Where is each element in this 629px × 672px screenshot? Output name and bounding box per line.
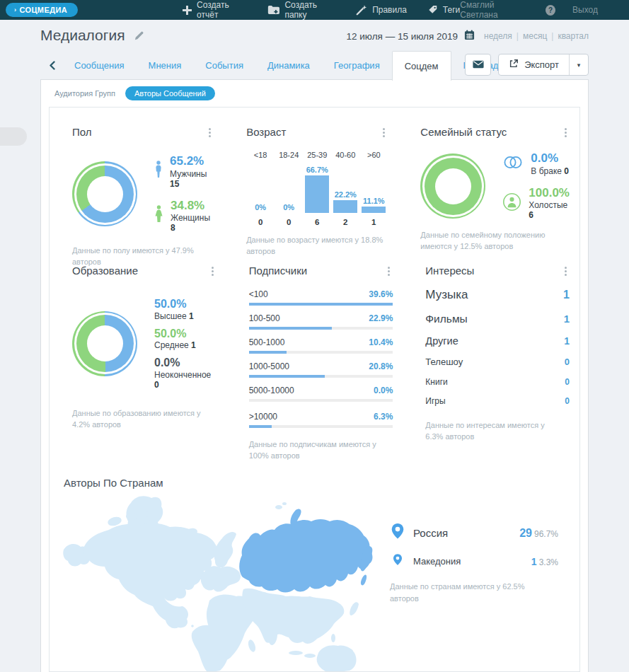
age-column: 40-60 22.2% 2 [331,151,359,226]
subscribers-row: 5000-100000.0% [249,386,393,402]
tab-socdem[interactable]: Соцдем [392,51,451,81]
create-folder-button[interactable]: Создать папку [267,0,335,20]
date-range[interactable]: 12 июля — 15 июля 2019 [347,31,458,42]
range-percent: 39.6% [369,289,393,299]
calendar-icon[interactable] [464,30,475,43]
side-drawer-handle[interactable] [0,127,27,146]
country-count: 1 [531,556,537,567]
age-column: 18-24 0% 0 [275,151,303,226]
legend-item-secondary: 50.0% Среднее 1 [154,328,217,351]
export-button[interactable]: Экспорт [499,54,569,75]
kebab-menu-icon[interactable] [206,126,214,139]
tab-messages[interactable]: Сообщения [62,51,137,80]
subscribers-card: Подписчики <10039.6% 100-50022.9% [226,246,403,467]
edit-title-icon[interactable] [134,28,144,45]
interest-value: 0 [565,357,570,367]
range-label: 1000-5000 [249,361,289,371]
kebab-menu-icon[interactable] [385,265,393,278]
age-count: 2 [343,218,347,226]
age-percent: 0% [255,203,266,212]
help-icon[interactable]: ? [546,5,555,16]
menu-label: Теги [443,5,460,15]
period-quarter[interactable]: квартал [558,31,589,41]
separator: | [551,31,553,41]
higher-count: 1 [189,311,194,321]
age-count: 6 [315,218,319,226]
folder-plus-icon [267,5,279,15]
tab-dynamics[interactable]: Динамика [255,51,322,80]
tags-button[interactable]: Теги [428,0,460,20]
plus-icon [183,6,192,15]
male-icon [154,161,163,183]
married-count: 0 [564,166,569,176]
interest-label: Музыка [425,288,468,302]
rules-button[interactable]: Правила [356,0,407,20]
range-label: >10000 [249,412,277,422]
rings-icon [502,155,524,173]
legend-item-incomplete: 0.0% Неоконченное 0 [154,357,217,390]
range-percent: 20.8% [369,361,393,371]
interest-label: Книги [425,377,447,387]
age-count: 1 [371,218,376,226]
country-name: Македония [413,556,461,567]
kebab-menu-icon[interactable] [380,126,388,139]
topbar-right: Смаглий Светлана ? Выход [460,0,598,20]
chevron-left-icon[interactable] [40,51,62,80]
period-switcher: неделя | месяц | квартал [484,31,589,41]
tab-events[interactable]: События [193,51,255,80]
cards-row-1: Пол 65.2 [50,108,579,246]
subtab-group-audience[interactable]: Аудитория Групп [50,86,120,100]
menu-label: Создать отчёт [197,0,246,20]
period-week[interactable]: неделя [484,31,512,41]
card-title: Возраст [246,126,286,138]
separator: | [517,31,519,41]
topbar: › СОЦМЕДИА Создать отчёт Создать папку [0,0,629,20]
cards-container: Пол 65.2 [49,107,580,672]
range-percent: 10.4% [369,337,393,347]
card-title: Подписчики [249,265,308,277]
export-dropdown-button[interactable]: ▾ [569,54,588,75]
marital-donut-chart [420,153,485,219]
report-header: Медиалогия 12 июля — 15 июля 2019 неделя… [0,20,629,51]
kebab-menu-icon[interactable] [562,265,570,278]
logout-button[interactable]: Выход [572,5,598,15]
subscribers-row: 500-100010.4% [249,337,393,354]
tabs-row: Сообщения Мнения События Динамика Геогра… [40,51,589,80]
interest-row: Другие1 [425,335,570,347]
create-report-button[interactable]: Создать отчёт [183,0,246,20]
interests-card: Интересы Музыка1 Фильмы1 Другие1 Телешоу… [403,246,579,467]
age-bar [362,207,386,213]
period-month[interactable]: месяц [523,31,547,41]
education-card: Образование 50.0% Высшее 1 [50,246,226,467]
subscribers-row: <10039.6% [249,289,393,306]
wand-icon [356,4,367,16]
tab-opinions[interactable]: Мнения [137,51,194,80]
age-bar [305,175,329,213]
card-title: Пол [72,126,92,138]
menu-label: Создать папку [284,0,335,20]
single-count: 6 [529,210,533,220]
menu-label: Правила [372,5,407,15]
range-percent: 22.9% [369,313,393,323]
kebab-menu-icon[interactable] [209,265,217,278]
interest-row: Фильмы1 [425,313,570,325]
interest-label: Фильмы [425,313,467,325]
range-label: 100-500 [249,313,280,323]
card-title: Интересы [425,265,474,277]
mail-button[interactable] [465,54,491,76]
country-name: Россия [413,527,448,539]
interest-value: 1 [564,335,570,347]
tab-geography[interactable]: География [322,51,392,80]
logo-button[interactable]: › СОЦМЕДИА [6,3,78,17]
mail-icon [473,59,484,71]
subtab-message-authors[interactable]: Авторы Сообщений [125,86,215,100]
interest-row: Книги0 [425,377,570,387]
incomplete-percent: 0.0% [154,357,217,369]
range-percent: 0.0% [374,386,393,395]
export-icon [509,59,519,71]
pin-icon [392,553,403,569]
logo-arrow-icon: › [14,6,16,13]
user-name[interactable]: Смаглий Светлана [460,0,529,20]
card-footer: Данные по подписчикам имеются у 100% авт… [249,439,383,462]
kebab-menu-icon[interactable] [562,126,570,139]
